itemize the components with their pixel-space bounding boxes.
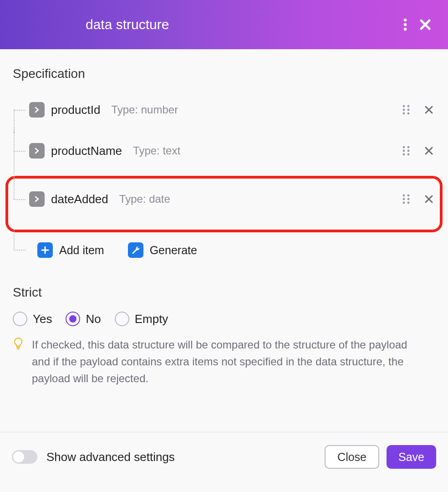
close-button[interactable]: Close — [325, 445, 379, 469]
expand-button[interactable] — [29, 191, 45, 207]
tree-connector — [13, 100, 29, 119]
drag-handle-icon[interactable] — [400, 103, 412, 116]
strict-hint-text: If checked, this data structure will be … — [32, 336, 422, 387]
lightbulb-icon — [13, 337, 25, 349]
svg-point-6 — [407, 109, 410, 111]
add-item-label: Add item — [59, 244, 104, 257]
svg-point-0 — [404, 19, 407, 21]
svg-point-14 — [407, 154, 410, 156]
specification-section: Specification productId Type: number — [0, 49, 448, 263]
advanced-settings-toggle[interactable] — [12, 450, 37, 464]
svg-point-4 — [407, 105, 410, 108]
spec-item-name: dateAdded — [51, 192, 108, 206]
wrench-icon — [128, 242, 143, 258]
tree-connector — [13, 190, 29, 209]
svg-point-11 — [403, 150, 405, 152]
dialog-header: data structure — [0, 0, 448, 49]
svg-point-12 — [407, 150, 410, 152]
svg-point-7 — [403, 113, 405, 115]
drag-handle-icon[interactable] — [400, 144, 412, 157]
radio-circle — [13, 312, 27, 326]
specification-heading: Specification — [13, 67, 435, 81]
remove-item-icon[interactable] — [423, 103, 435, 116]
svg-point-18 — [407, 198, 410, 200]
svg-point-15 — [403, 195, 405, 197]
svg-point-13 — [403, 154, 405, 156]
spec-item-name: productName — [51, 144, 122, 158]
radio-label: Empty — [135, 312, 168, 326]
svg-point-1 — [404, 23, 407, 26]
drag-handle-icon[interactable] — [400, 193, 412, 205]
spec-actions: Add item Generate — [13, 232, 435, 263]
strict-hint: If checked, this data structure will be … — [13, 336, 435, 387]
radio-circle — [66, 312, 80, 326]
toggle-knob — [13, 451, 24, 462]
plus-icon — [37, 242, 53, 258]
add-item-button[interactable]: Add item — [37, 242, 104, 258]
radio-label: No — [86, 312, 101, 326]
dialog-title: data structure — [86, 17, 169, 32]
strict-radio-group: Yes No Empty — [13, 312, 435, 326]
save-button[interactable]: Save — [387, 445, 436, 469]
svg-point-19 — [403, 202, 405, 204]
svg-point-5 — [403, 109, 405, 111]
generate-label: Generate — [150, 244, 197, 257]
svg-point-2 — [404, 28, 407, 31]
spec-item-name: productId — [51, 103, 100, 117]
spec-item-highlighted: dateAdded Type: date — [5, 176, 443, 232]
spec-item-type: Type: text — [133, 144, 180, 157]
spec-item-type: Type: number — [111, 103, 178, 116]
svg-point-10 — [407, 146, 410, 149]
remove-item-icon[interactable] — [423, 144, 435, 157]
advanced-settings-label: Show advanced settings — [46, 450, 175, 464]
svg-point-8 — [407, 113, 410, 115]
spec-item-type: Type: date — [119, 193, 170, 205]
kebab-menu-icon[interactable] — [395, 15, 415, 35]
svg-point-9 — [403, 146, 405, 149]
specification-list: productId Type: number productName Type:… — [13, 89, 435, 263]
svg-point-20 — [407, 202, 410, 204]
strict-section: Strict Yes No Empty If checked, this dat… — [0, 263, 448, 387]
dialog-footer: Show advanced settings Close Save — [0, 432, 448, 482]
radio-empty[interactable]: Empty — [115, 312, 168, 326]
expand-button[interactable] — [29, 143, 45, 159]
close-icon[interactable] — [415, 15, 435, 35]
svg-point-17 — [403, 198, 405, 200]
expand-button[interactable] — [29, 102, 45, 118]
radio-circle — [115, 312, 129, 326]
radio-yes[interactable]: Yes — [13, 312, 52, 326]
spec-item: productName Type: text — [13, 130, 435, 171]
remove-item-icon[interactable] — [423, 193, 435, 205]
spec-item: productId Type: number — [13, 89, 435, 130]
generate-button[interactable]: Generate — [128, 242, 197, 258]
tree-connector — [13, 243, 29, 257]
radio-label: Yes — [33, 312, 52, 326]
svg-point-3 — [403, 105, 405, 108]
radio-no[interactable]: No — [66, 312, 101, 326]
strict-heading: Strict — [13, 285, 435, 300]
svg-point-16 — [407, 195, 410, 197]
tree-connector — [13, 141, 29, 160]
